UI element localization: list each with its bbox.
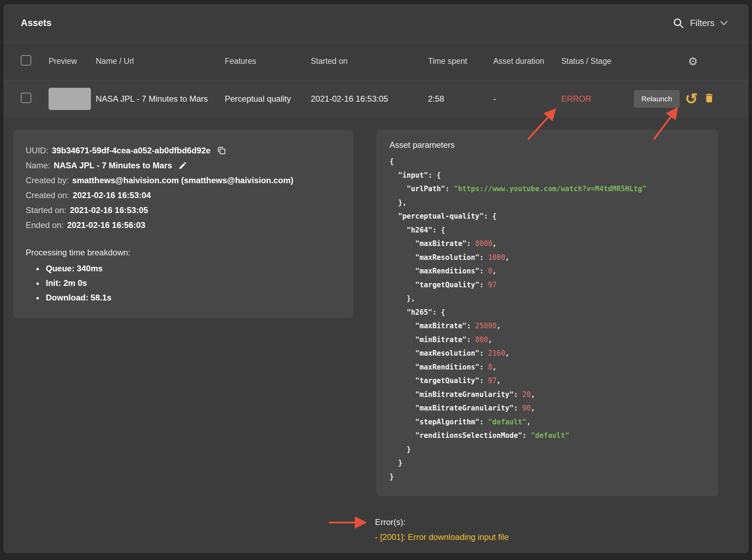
app-window: Assets Filters Preview N: [3, 4, 749, 553]
column-header-name-url: Name / Url: [96, 57, 225, 66]
name-value: NASA JPL - 7 Minutes to Mars: [54, 158, 172, 173]
status-badge: ERROR: [561, 94, 634, 104]
search-icon[interactable]: [673, 17, 684, 29]
column-header-preview: Preview: [49, 57, 96, 66]
name-line: Name: NASA JPL - 7 Minutes to Mars: [26, 158, 341, 173]
asset-parameters-title: Asset parameters: [390, 140, 705, 150]
uuid-label: UUID:: [26, 143, 48, 158]
column-header-time-spent: Time spent: [428, 57, 493, 66]
select-all-cell: [21, 55, 49, 68]
table-header-row: Preview Name / Url Features Started on T…: [3, 42, 749, 80]
uuid-line: UUID: 39b34671-59df-4cea-a052-ab0dfbd6d9…: [26, 143, 341, 158]
expanded-details: UUID: 39b34671-59df-4cea-a052-ab0dfbd6d9…: [3, 117, 749, 496]
retry-icon[interactable]: ↺: [685, 91, 698, 107]
row-checkbox[interactable]: [21, 93, 31, 103]
created-on-line: Created on: 2021-02-16 16:53:04: [26, 188, 341, 203]
ended-on-line: Ended on: 2021-02-16 16:56:03: [26, 218, 341, 232]
name-label: Name:: [26, 158, 50, 173]
page-title: Assets: [21, 18, 52, 28]
created-by-label: Created by:: [26, 173, 69, 188]
column-header-status-stage: Status / Stage: [561, 57, 634, 66]
filters-label: Filters: [690, 18, 715, 28]
trash-icon[interactable]: [703, 92, 715, 106]
row-name-cell: NASA JPL - 7 Minutes to Mars: [96, 94, 225, 104]
row-started-on-cell: 2021-02-16 16:53:05: [311, 94, 428, 104]
relaunch-button[interactable]: Relaunch: [634, 90, 680, 108]
column-header-features: Features: [225, 57, 311, 66]
row-features-cell: Perceptual quality: [225, 94, 311, 104]
ended-on-value: 2021-02-16 16:56:03: [67, 218, 145, 232]
table-row[interactable]: NASA JPL - 7 Minutes to Mars Perceptual …: [3, 80, 749, 117]
row-preview-cell: [49, 88, 96, 110]
processing-breakdown-list: Queue: 340ms Init: 2m 0s Download: 58.1s: [44, 261, 341, 305]
created-on-label: Created on:: [26, 188, 69, 203]
select-all-checkbox[interactable]: [21, 55, 31, 66]
processing-breakdown-title: Processing time breakdown:: [26, 245, 341, 260]
created-by-line: Created by: smatthews@haivision.com (sma…: [26, 173, 341, 188]
header: Assets Filters: [3, 4, 749, 42]
created-on-value: 2021-02-16 16:53:04: [72, 188, 151, 203]
row-time-spent-cell: 2:58: [428, 94, 493, 104]
asset-parameters-panel: Asset parameters { "input": { "urlPath":…: [376, 130, 718, 496]
error-message: - [2001]: Error downloading input file: [375, 530, 749, 544]
errors-title: Error(s):: [375, 516, 749, 528]
preview-thumbnail[interactable]: [49, 88, 91, 110]
assets-page: Assets Filters Preview N: [0, 0, 752, 560]
row-asset-duration-cell: -: [493, 94, 561, 104]
asset-details-panel: UUID: 39b34671-59df-4cea-a052-ab0dfbd6d9…: [13, 130, 353, 318]
copy-icon[interactable]: [217, 146, 227, 155]
asset-parameters-json: { "input": { "urlPath": "https://www.you…: [390, 155, 705, 484]
row-select-cell: [21, 93, 49, 105]
filters-control[interactable]: Filters: [673, 17, 728, 29]
column-settings-cell: ⚙: [634, 56, 715, 67]
started-on-value: 2021-02-16 16:53:05: [70, 203, 148, 218]
started-on-label: Started on:: [26, 203, 66, 218]
gear-icon[interactable]: ⚙: [688, 56, 698, 67]
errors-section: Error(s): - [2001]: Error downloading in…: [375, 516, 749, 544]
chevron-down-icon[interactable]: [720, 21, 728, 26]
breakdown-item-queue: Queue: 340ms: [44, 261, 341, 276]
uuid-value: 39b34671-59df-4cea-a052-ab0dfbd6d92e: [52, 143, 211, 158]
edit-pencil-icon[interactable]: [178, 161, 187, 170]
column-header-asset-duration: Asset duration: [493, 57, 561, 66]
ended-on-label: Ended on:: [26, 218, 63, 232]
started-on-line: Started on: 2021-02-16 16:53:05: [26, 203, 341, 218]
breakdown-item-init: Init: 2m 0s: [44, 276, 341, 290]
column-header-started-on: Started on: [311, 57, 428, 66]
breakdown-item-download: Download: 58.1s: [44, 290, 341, 305]
row-actions: Relaunch ↺: [634, 90, 715, 108]
created-by-value: smatthews@haivision.com (smatthews@haivi…: [72, 173, 293, 188]
